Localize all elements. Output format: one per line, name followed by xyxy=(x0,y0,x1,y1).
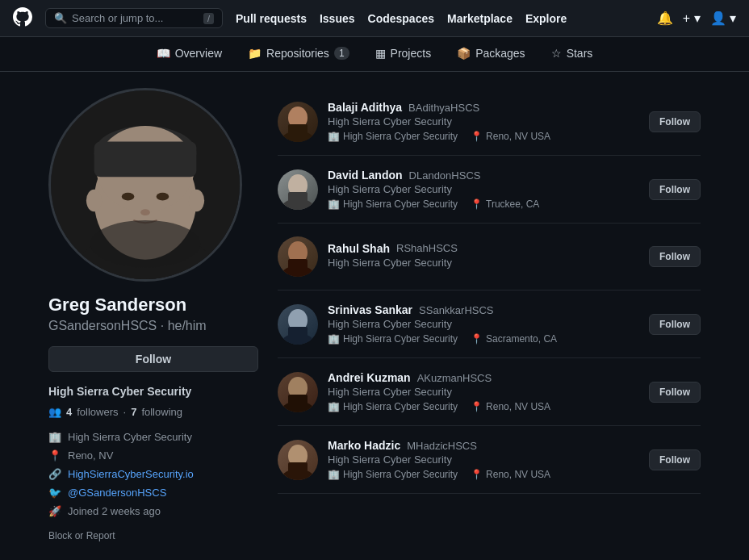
following-org: High Sierra Cyber Security xyxy=(328,386,639,398)
following-info: Srinivas Sankar SSankkarHSCS High Sierra… xyxy=(328,303,639,345)
location-icon: 📍 xyxy=(471,131,483,142)
following-username: MHadzicHSCS xyxy=(407,440,477,452)
search-icon: 🔍 xyxy=(54,12,67,24)
search-placeholder: Search or jump to... xyxy=(72,12,163,24)
following-username: SSankkarHSCS xyxy=(419,304,493,316)
org-detail: 🏢 High Sierra Cyber Security xyxy=(328,401,458,412)
list-item: Rahul Shah RShahHSCS High Sierra Cyber S… xyxy=(278,224,701,290)
main-content: Greg Sanderson GSandersonHSCS · he/him F… xyxy=(0,72,749,558)
svg-point-10 xyxy=(86,190,103,211)
nav-explore[interactable]: Explore xyxy=(525,12,567,25)
followers-icon: 👥 xyxy=(48,406,61,418)
location-icon: 📍 xyxy=(471,199,483,210)
following-info: Andrei Kuzman AKuzmanHSCS High Sierra Cy… xyxy=(328,371,639,412)
follow-user-button[interactable]: Follow xyxy=(649,111,701,132)
org-icon: 🏢 xyxy=(328,333,340,345)
followers-count: 4 xyxy=(66,406,72,418)
projects-icon: ▦ xyxy=(375,47,386,60)
org-icon: 🏢 xyxy=(328,131,340,142)
twitter-icon: 🐦 xyxy=(48,487,61,499)
tab-overview[interactable]: 📖 Overview xyxy=(144,37,235,71)
follow-user-button[interactable]: Follow xyxy=(649,382,701,403)
avatar xyxy=(278,304,318,345)
tab-projects[interactable]: ▦ Projects xyxy=(362,37,445,71)
tab-stars[interactable]: ☆ Stars xyxy=(538,37,606,71)
avatar xyxy=(278,169,318,210)
name-row: Andrei Kuzman AKuzmanHSCS xyxy=(328,371,639,384)
notifications-button[interactable]: 🔔 xyxy=(657,10,673,26)
follow-user-button[interactable]: Follow xyxy=(649,246,701,267)
following-username: RShahHSCS xyxy=(396,242,458,254)
following-details: 🏢 High Sierra Cyber Security 📍 Truckee, … xyxy=(328,199,639,210)
avatar xyxy=(278,236,318,277)
list-item: David Landon DLandonHSCS High Sierra Cyb… xyxy=(278,156,701,224)
list-item: Andrei Kuzman AKuzmanHSCS High Sierra Cy… xyxy=(278,358,701,426)
meta-joined: 🚀 Joined 2 weeks ago xyxy=(48,505,258,517)
tab-packages[interactable]: 📦 Packages xyxy=(444,37,538,71)
org-detail: 🏢 High Sierra Cyber Security xyxy=(328,131,458,142)
block-report[interactable]: Block or Report xyxy=(48,530,258,541)
following-count: 7 xyxy=(131,406,136,418)
following-org: High Sierra Cyber Security xyxy=(328,257,639,269)
location-detail: 📍 Reno, NV USA xyxy=(471,401,550,412)
nav-issues[interactable]: Issues xyxy=(320,12,355,25)
following-name: Rahul Shah xyxy=(328,242,390,255)
svg-point-9 xyxy=(140,209,150,215)
user-menu-button[interactable]: 👤 ▾ xyxy=(710,10,736,26)
following-info: David Landon DLandonHSCS High Sierra Cyb… xyxy=(328,169,639,210)
org-icon: 🏢 xyxy=(328,401,340,412)
svg-rect-27 xyxy=(288,395,308,411)
meta-website[interactable]: 🔗 HighSierraCyberSecurity.io xyxy=(48,468,258,480)
tab-repositories[interactable]: 📁 Repositories 1 xyxy=(235,37,362,71)
location-icon: 📍 xyxy=(48,449,61,462)
following-org: High Sierra Cyber Security xyxy=(328,115,639,127)
location-detail: 📍 Reno, NV USA xyxy=(471,469,550,480)
following-list-container: Balaji Adithya BAdithyaHSCS High Sierra … xyxy=(278,88,701,541)
following-info: Balaji Adithya BAdithyaHSCS High Sierra … xyxy=(328,101,639,142)
name-row: David Landon DLandonHSCS xyxy=(328,169,639,182)
profile-meta: 🏢 High Sierra Cyber Security 📍 Reno, NV … xyxy=(48,431,258,517)
following-name: Srinivas Sankar xyxy=(328,303,412,316)
svg-rect-6 xyxy=(94,141,197,177)
user-name: Greg Sanderson xyxy=(48,295,258,316)
nav-codespaces[interactable]: Codespaces xyxy=(368,12,434,25)
profile-tabs: 📖 Overview 📁 Repositories 1 ▦ Projects 📦… xyxy=(0,37,749,72)
followers-info: 👥 4 followers · 7 following xyxy=(48,406,258,418)
overview-icon: 📖 xyxy=(157,47,170,60)
link-icon: 🔗 xyxy=(48,468,61,480)
user-handle: GSandersonHSCS · he/him xyxy=(48,319,258,333)
follow-user-button[interactable]: Follow xyxy=(649,449,701,470)
svg-rect-30 xyxy=(288,462,308,479)
avatar xyxy=(278,102,318,142)
following-name: Balaji Adithya xyxy=(328,101,402,114)
following-username: DLandonHSCS xyxy=(409,169,481,182)
user-org: High Sierra Cyber Security xyxy=(48,385,258,398)
create-button[interactable]: + ▾ xyxy=(683,10,701,26)
repo-icon: 📁 xyxy=(248,47,262,60)
nav-marketplace[interactable]: Marketplace xyxy=(447,12,513,25)
search-kbd: / xyxy=(203,13,214,24)
svg-point-11 xyxy=(189,190,205,211)
github-logo[interactable] xyxy=(13,7,32,30)
follow-user-button[interactable]: Follow xyxy=(649,179,701,200)
location-detail: 📍 Sacramento, CA xyxy=(471,333,557,345)
location-detail: 📍 Reno, NV USA xyxy=(471,131,550,142)
calendar-icon: 🚀 xyxy=(48,505,61,517)
svg-point-7 xyxy=(122,193,135,201)
svg-point-12 xyxy=(90,220,201,268)
packages-icon: 📦 xyxy=(457,47,471,60)
search-box[interactable]: 🔍 Search or jump to... / xyxy=(45,8,223,28)
following-username: BAdithyaHSCS xyxy=(408,102,479,114)
avatar xyxy=(278,440,318,480)
nav-pull-requests[interactable]: Pull requests xyxy=(236,12,307,25)
svg-rect-21 xyxy=(288,259,308,275)
header-nav: Pull requests Issues Codespaces Marketpl… xyxy=(236,12,644,25)
follow-button[interactable]: Follow xyxy=(48,346,258,372)
org-icon: 🏢 xyxy=(328,469,340,480)
meta-twitter[interactable]: 🐦 @GSandersonHSCS xyxy=(48,487,258,499)
location-icon: 📍 xyxy=(471,469,483,480)
list-item: Srinivas Sankar SSankkarHSCS High Sierra… xyxy=(278,290,701,358)
name-row: Srinivas Sankar SSankkarHSCS xyxy=(328,303,639,316)
follow-user-button[interactable]: Follow xyxy=(649,314,701,335)
location-icon: 📍 xyxy=(471,333,483,345)
